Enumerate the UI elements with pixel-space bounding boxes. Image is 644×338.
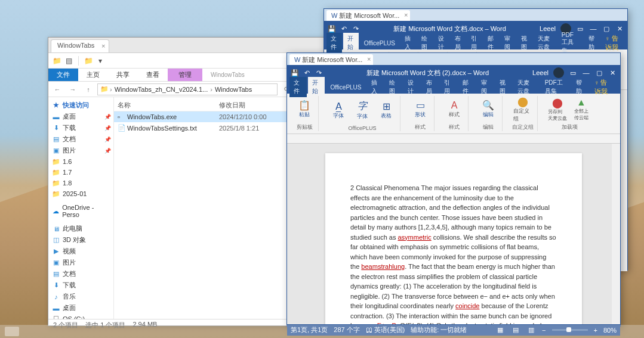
window-tab[interactable]: W 新建 Microsoft Wor...× — [289, 54, 373, 65]
tab-insert[interactable]: 插入 — [367, 77, 384, 97]
folder-icon[interactable]: 📁 — [52, 56, 61, 66]
ribbon-options-icon[interactable]: ▭ — [569, 69, 577, 77]
tab-help[interactable]: 帮助 — [584, 33, 600, 53]
sidebar-item-documents[interactable]: ▤文档📌 — [48, 134, 113, 145]
explorer-tab[interactable]: WindowTabs× — [51, 39, 109, 52]
tab-view[interactable]: 视图 — [517, 33, 532, 53]
tab-mail[interactable]: 邮件 — [458, 77, 476, 97]
sidebar-item-pictures[interactable]: ▣图片📌 — [48, 145, 113, 156]
spelling-error[interactable]: asymmetric — [398, 234, 432, 241]
tab-design[interactable]: 设计 — [403, 77, 421, 97]
spelling-error[interactable]: beamstrahlung — [361, 263, 405, 270]
props-icon[interactable]: ▤ — [64, 56, 73, 66]
tab-officeplus[interactable]: OfficePLUS — [360, 38, 399, 48]
sidebar-quick-access[interactable]: ★快速访问 — [48, 100, 113, 111]
maximize-icon[interactable]: ▢ — [602, 24, 611, 33]
tab-officeplus[interactable]: OfficePLUS — [326, 82, 365, 92]
sidebar-item-music[interactable]: ♪音乐 — [48, 291, 113, 302]
taskbar[interactable] — [0, 325, 644, 338]
tab-review[interactable]: 审阅 — [477, 77, 494, 97]
close-icon[interactable]: × — [367, 55, 371, 63]
sidebar-item-folder[interactable]: 📁1.7 — [48, 167, 113, 178]
sidebar-item-folder[interactable]: 📁2025-01 — [48, 188, 113, 199]
tab-home[interactable]: 主页 — [78, 69, 108, 81]
font-style-icon[interactable]: A̲字体 — [328, 100, 349, 120]
close-icon[interactable]: × — [404, 11, 408, 18]
tab-share[interactable]: 共享 — [108, 69, 138, 81]
document-area[interactable]: 2 Classical Phenomena The major issues r… — [287, 144, 620, 324]
breadcrumb[interactable]: WindowTabs — [214, 86, 253, 93]
close-icon[interactable]: ✕ — [615, 24, 624, 33]
redo-icon[interactable]: ↷ — [352, 24, 360, 33]
style-icon[interactable]: A样式 — [444, 99, 464, 119]
redo-icon[interactable]: ↷ — [315, 69, 323, 77]
sidebar-this-pc[interactable]: 🖥此电脑 — [48, 223, 113, 234]
undo-icon[interactable]: ↶ — [303, 69, 311, 77]
tab-view[interactable]: 查看 — [138, 69, 168, 81]
maximize-icon[interactable]: ▢ — [595, 69, 603, 77]
breadcrumb[interactable]: WindowTabs_zh_CN_v2024.1... — [113, 86, 209, 93]
up-button[interactable]: ↑ — [82, 83, 95, 95]
sidebar-item-drive-c[interactable]: ⛉OS (C:) — [48, 314, 113, 319]
save-icon[interactable]: 💾 — [328, 24, 336, 33]
tab-tell[interactable]: ♀ 告诉我 — [601, 32, 625, 54]
address-box[interactable]: 📁 › WindowTabs_zh_CN_v2024.1... › Window… — [97, 83, 278, 95]
sidebar-onedrive[interactable]: ☁OneDrive - Perso — [48, 203, 113, 219]
tab-insert[interactable]: 插入 — [400, 33, 416, 53]
tab-design[interactable]: 设计 — [434, 33, 449, 53]
user-name[interactable]: Leeel — [532, 69, 549, 76]
paste-icon[interactable]: 📋粘贴 — [294, 99, 315, 119]
document-page[interactable]: 2 Classical Phenomena The major issues r… — [325, 153, 582, 324]
tab-file[interactable]: 文件 — [326, 33, 342, 53]
taskbar-item[interactable] — [5, 327, 19, 336]
tab-file[interactable]: 文件 — [48, 69, 78, 81]
table-icon[interactable]: ⊞表格 — [376, 100, 396, 120]
ruler[interactable] — [287, 134, 620, 144]
sidebar-item-pictures[interactable]: ▣图片 — [48, 257, 113, 268]
tab-file[interactable]: 文件 — [289, 77, 307, 97]
sidebar-item-downloads[interactable]: ⬇下载📌 — [48, 122, 113, 134]
font-icon[interactable]: 字字体 — [352, 100, 372, 120]
sidebar-item-videos[interactable]: ▶视频 — [48, 246, 113, 257]
col-modified[interactable]: 修改日期 — [219, 101, 245, 110]
sidebar-item-3d[interactable]: ◫3D 对象 — [48, 234, 113, 246]
dropdown-icon[interactable]: ▾ — [95, 56, 105, 66]
undo-icon[interactable]: ↶ — [340, 24, 348, 33]
tab-layout[interactable]: 布局 — [451, 33, 466, 53]
cloud-upload-icon[interactable]: ▲全部上 传云端 — [571, 99, 591, 119]
tab-tell[interactable]: ♀ 告诉我 — [590, 76, 618, 98]
close-icon[interactable]: ✕ — [608, 69, 617, 77]
tab-review[interactable]: 审阅 — [500, 33, 516, 53]
save-icon[interactable]: 💾 — [291, 69, 299, 77]
col-name[interactable]: 名称 — [118, 101, 219, 110]
tab-ref[interactable]: 引用 — [467, 33, 482, 53]
sidebar-item-documents[interactable]: ▤文档 — [48, 268, 113, 280]
folder-icon[interactable]: 📁 — [84, 56, 93, 66]
tab-layout[interactable]: 布局 — [422, 77, 439, 97]
tab-draw[interactable]: 绘图 — [417, 33, 433, 53]
tab-cloud[interactable]: 天麦云盘 — [513, 77, 539, 97]
window-tab[interactable]: W 新建 Microsoft Wor...× — [326, 10, 410, 21]
back-button[interactable]: ← — [51, 83, 64, 95]
spelling-error[interactable]: coincide — [455, 302, 479, 309]
find-icon[interactable]: 🔍编辑 — [478, 99, 498, 119]
shape-icon[interactable]: ▭形状 — [410, 99, 430, 119]
tab-mail[interactable]: 邮件 — [483, 33, 499, 53]
close-icon[interactable]: × — [101, 42, 105, 49]
user-name[interactable]: Leeel — [540, 25, 556, 32]
sidebar-item-desktop[interactable]: ▬桌面📌 — [48, 111, 113, 122]
tab-ref[interactable]: 引用 — [440, 77, 457, 97]
tab-help[interactable]: 帮助 — [572, 77, 589, 97]
tab-pdf[interactable]: PDF工具集 — [541, 77, 571, 97]
tab-cloud[interactable]: 天麦云盘 — [534, 33, 556, 53]
forward-button[interactable]: → — [66, 83, 79, 95]
custom-icon[interactable]: ⬤自定义组 — [513, 99, 533, 119]
sidebar-item-folder[interactable]: 📁1.6 — [48, 156, 113, 167]
tab-home[interactable]: 开始 — [308, 77, 325, 97]
cloud-save-icon[interactable]: ⬤另存到 天麦云盘 — [547, 99, 568, 119]
tab-draw[interactable]: 绘图 — [385, 77, 402, 97]
minimize-icon[interactable]: — — [582, 69, 590, 77]
sidebar-item-folder[interactable]: 📁1.8 — [48, 178, 113, 188]
scrollbar[interactable] — [612, 144, 620, 324]
sidebar-item-desktop[interactable]: ▬桌面 — [48, 302, 113, 314]
